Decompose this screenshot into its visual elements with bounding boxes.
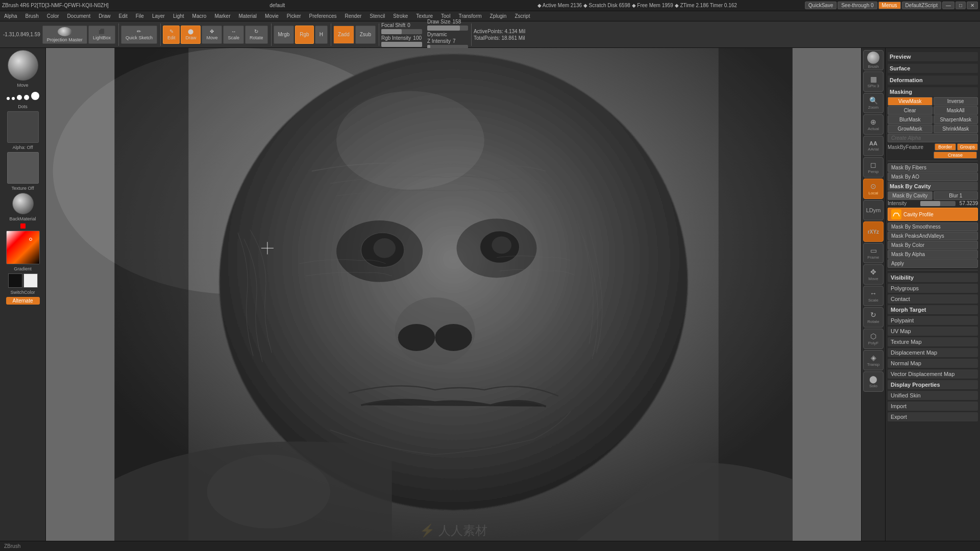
border-button[interactable]: Border <box>935 143 956 151</box>
menu-render[interactable]: Render <box>343 13 364 19</box>
canvas-area[interactable]: ⚡ 人人素材 <box>46 48 861 541</box>
menu-marker[interactable]: Marker <box>212 13 232 19</box>
icon-btn-xyz[interactable]: rXYz <box>863 221 884 242</box>
mask-by-fibers-button[interactable]: Mask By Fibers <box>888 163 978 172</box>
lightbox-button[interactable]: ⬛ LightBox <box>88 26 115 44</box>
sharpenmask-button[interactable]: SharpenMask <box>934 115 978 124</box>
menu-alpha[interactable]: Alpha <box>2 13 19 19</box>
apply-button[interactable]: Apply <box>888 259 978 268</box>
icon-btn-solo[interactable]: ⬤ Solo <box>863 371 884 392</box>
menu-stroke[interactable]: Stroke <box>391 13 410 19</box>
menu-transform[interactable]: Transform <box>456 13 483 19</box>
menu-movie[interactable]: Movie <box>263 13 281 19</box>
icon-btn-rotate[interactable]: ↻ Rotate <box>863 307 884 328</box>
projection-master-button[interactable]: Projection Master <box>42 26 87 44</box>
groups-button[interactable]: Groups <box>957 143 978 151</box>
mask-by-smoothness-button[interactable]: Mask By Smoothness <box>888 222 978 231</box>
zsub-button[interactable]: Zsub <box>355 26 376 44</box>
deformation-header[interactable]: Deformation <box>888 76 978 85</box>
icon-btn-zoom[interactable]: 🔍 Zoom <box>863 93 884 113</box>
menu-zplugin[interactable]: Zplugin <box>488 13 509 19</box>
menu-macro[interactable]: Macro <box>190 13 209 19</box>
growmask-button[interactable]: GrowMask <box>888 124 933 133</box>
texture-map-item[interactable]: Texture Map <box>888 337 978 346</box>
crease-button[interactable]: Crease <box>934 152 977 159</box>
icon-btn-frame[interactable]: ▭ Frame <box>863 243 884 263</box>
shrinkmask-button[interactable]: ShrinkMask <box>934 124 978 133</box>
menu-stencil[interactable]: Stencil <box>368 13 387 19</box>
icon-btn-actual[interactable]: ⊕ Actual <box>863 114 884 135</box>
icon-btn-scale[interactable]: ↔ Scale <box>863 286 884 306</box>
window-maximize[interactable]: □ <box>955 2 966 9</box>
window-close[interactable]: ✕ <box>967 2 978 9</box>
draw-size-slider[interactable] <box>427 26 468 31</box>
default-script-button[interactable]: DefaultZScript <box>902 2 941 9</box>
unified-skin-item[interactable]: Unified Skin <box>888 391 978 400</box>
menu-picker[interactable]: Picker <box>285 13 303 19</box>
mask-by-ao-button[interactable]: Mask By AO <box>888 172 978 181</box>
menu-document[interactable]: Document <box>65 13 93 19</box>
vector-displacement-item[interactable]: Vector Displacement Map <box>888 369 978 379</box>
rgb-button[interactable]: Rgb <box>295 26 313 44</box>
intensity-slider[interactable] <box>920 201 955 206</box>
material-ball-main[interactable] <box>8 50 38 81</box>
menu-material[interactable]: Material <box>237 13 259 19</box>
polypaint-item[interactable]: Polypaint <box>888 316 978 325</box>
mask-by-cavity-header[interactable]: Mask By Cavity <box>888 182 978 191</box>
menu-brush[interactable]: Brush <box>23 13 41 19</box>
material-ball-back[interactable] <box>12 193 34 214</box>
menu-edit[interactable]: Edit <box>117 13 130 19</box>
icon-btn-polyf[interactable]: ⬡ PolyF <box>863 329 884 349</box>
icon-btn-brush[interactable]: Brush <box>863 50 884 70</box>
preview-header[interactable]: Preview <box>888 52 978 61</box>
icon-btn-ldym[interactable]: LDym <box>863 200 884 220</box>
menu-file[interactable]: File <box>134 13 146 19</box>
menu-texture[interactable]: Texture <box>414 13 435 19</box>
move-button[interactable]: ✥ Move <box>202 26 222 44</box>
rgb-intensity-slider[interactable] <box>381 42 422 47</box>
see-through-button[interactable]: See-through 0 <box>838 2 877 9</box>
polygroups-item[interactable]: Polygroups <box>888 284 978 293</box>
export-item[interactable]: Export <box>888 412 978 421</box>
icon-btn-aa[interactable]: AA AArial <box>863 136 884 156</box>
color-picker[interactable] <box>6 231 40 264</box>
mask-peaks-valleys-button[interactable]: Mask PeaksAndValleys <box>888 232 978 240</box>
menu-light[interactable]: Light <box>171 13 186 19</box>
maskall-button[interactable]: MaskAll <box>934 106 978 115</box>
icon-btn-transp[interactable]: ◈ Transp <box>863 350 884 370</box>
cavity-profile-button[interactable]: Cavity Profile <box>888 208 978 221</box>
swatch-white[interactable] <box>23 273 38 288</box>
surface-header[interactable]: Surface <box>888 64 978 73</box>
mask-cavity-button[interactable]: Mask By Cavity <box>888 191 933 200</box>
menu-tool[interactable]: Tool <box>439 13 452 19</box>
inverse-button[interactable]: Inverse <box>934 97 978 106</box>
normal-map-item[interactable]: Normal Map <box>888 359 978 368</box>
icon-btn-spix[interactable]: ▦ SPix 3 <box>863 71 884 92</box>
icon-btn-local[interactable]: ⊙ Local <box>863 179 884 199</box>
swatch-black[interactable] <box>8 273 22 288</box>
mask-by-alpha-button[interactable]: Mask By Alpha <box>888 250 978 259</box>
mrgb-button[interactable]: Mrgb <box>274 26 295 44</box>
import-item[interactable]: Import <box>888 402 978 411</box>
menu-zscript[interactable]: Zscript <box>512 13 532 19</box>
rotate-button[interactable]: ↻ Rotate <box>245 26 268 44</box>
icon-btn-move[interactable]: ✥ Move <box>863 264 884 285</box>
contact-item[interactable]: Contact <box>888 294 978 304</box>
menus-button[interactable]: Menus <box>878 2 901 9</box>
display-properties-item[interactable]: Display Properties <box>888 380 978 389</box>
focal-shift-slider[interactable] <box>381 29 422 34</box>
alternate-button[interactable]: Alternate <box>6 297 40 305</box>
menu-color[interactable]: Color <box>45 13 61 19</box>
edit-button[interactable]: ✎ Edit <box>163 26 180 44</box>
blurmask-button[interactable]: BlurMask <box>888 115 933 124</box>
viewmask-button[interactable]: ViewMask <box>888 97 933 106</box>
window-minimize[interactable]: — <box>942 2 954 9</box>
zadd-button[interactable]: Zadd <box>333 26 354 44</box>
create-alpha-button[interactable]: Create Alpha <box>888 134 978 142</box>
scale-button[interactable]: ↔ Scale <box>223 26 244 44</box>
menu-draw[interactable]: Draw <box>96 13 112 19</box>
menu-preferences[interactable]: Preferences <box>307 13 339 19</box>
uv-map-item[interactable]: UV Map <box>888 327 978 336</box>
clear-button[interactable]: Clear <box>888 106 933 115</box>
visibility-item[interactable]: Visibility <box>888 273 978 282</box>
